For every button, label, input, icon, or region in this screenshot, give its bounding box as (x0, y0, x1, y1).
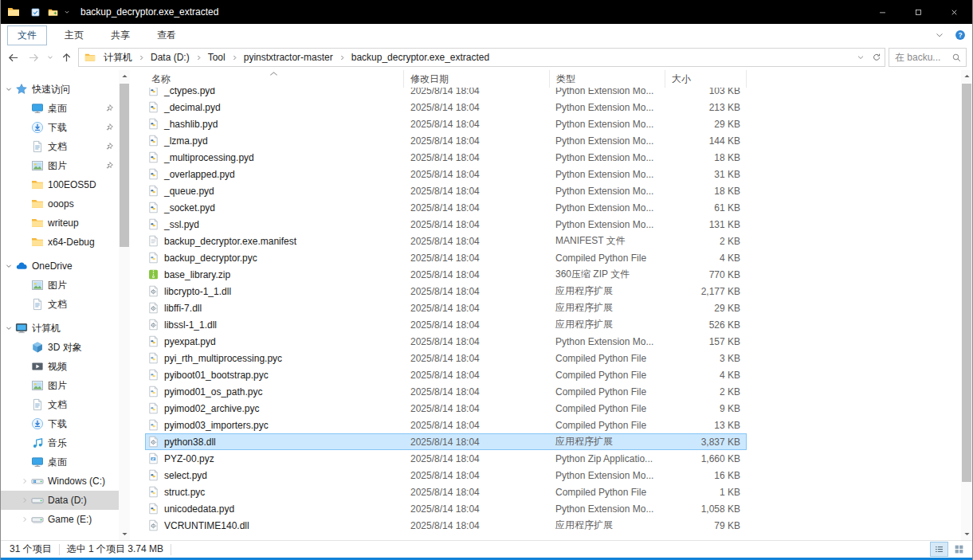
sidebar-item-documents[interactable]: 文档 (1, 395, 119, 414)
sidebar-item-downloads-pinned[interactable]: 下载 (1, 118, 119, 137)
file-row[interactable]: pyiboot01_bootstrap.pyc2025/8/14 18:04Co… (145, 366, 747, 383)
forward-button[interactable] (23, 48, 44, 67)
file-list-scrollbar[interactable] (961, 70, 972, 540)
file-row[interactable]: _multiprocessing.pyd2025/8/14 18:04Pytho… (145, 149, 747, 166)
breadcrumb-item[interactable]: Tool (203, 52, 230, 63)
file-row[interactable]: PYZ-00.pyz2025/8/14 18:04Python Zip Appl… (145, 450, 747, 467)
file-row[interactable]: pyexpat.pyd2025/8/14 18:04Python Extensi… (145, 333, 747, 350)
column-header-name[interactable]: 名称 (130, 70, 404, 88)
scrollbar-thumb[interactable] (962, 84, 971, 482)
details-view-button[interactable] (930, 542, 948, 557)
file-row[interactable]: _lzma.pyd2025/8/14 18:04Python Extension… (145, 132, 747, 149)
file-row[interactable]: libcrypto-1_1.dll2025/8/14 18:04应用程序扩展2,… (145, 283, 747, 300)
chevron-down-icon[interactable] (4, 261, 14, 271)
up-button[interactable] (56, 48, 77, 67)
chevron-down-icon[interactable] (4, 84, 14, 94)
sidebar-item-this-pc[interactable]: 计算机 (1, 319, 119, 338)
column-header-date[interactable]: 修改日期 (404, 70, 550, 88)
icons-view-button[interactable] (950, 542, 968, 557)
file-row[interactable]: pyimod03_importers.pyc2025/8/14 18:04Com… (145, 417, 747, 433)
breadcrumb-item[interactable]: pyinstxtractor-master (239, 52, 338, 63)
expand-ribbon-icon[interactable] (934, 29, 945, 41)
search-icon[interactable] (951, 53, 962, 63)
file-row[interactable]: _queue.pyd2025/8/14 18:04Python Extensio… (145, 182, 747, 199)
qat-dropdown-icon[interactable] (61, 3, 73, 21)
file-row[interactable]: pyimod01_os_path.pyc2025/8/14 18:04Compi… (145, 383, 747, 400)
file-row[interactable]: backup_decryptor.exe.manifest2025/8/14 1… (145, 233, 747, 249)
sidebar-item-writeup[interactable]: writeup (1, 213, 119, 233)
file-row[interactable]: pyi_rth_multiprocessing.pyc2025/8/14 18:… (145, 350, 747, 366)
file-row[interactable]: _ssl.pyd2025/8/14 18:04Python Extension … (145, 216, 747, 233)
sidebar-item-3d-objects[interactable]: 3D 对象 (1, 338, 119, 357)
scroll-up-icon[interactable] (961, 70, 972, 82)
minimize-button[interactable] (865, 0, 900, 24)
sidebar-item-music[interactable]: 音乐 (1, 433, 119, 452)
sidebar-item-quick-access[interactable]: 快速访问 (1, 80, 119, 99)
sidebar-item-pictures[interactable]: 图片 (1, 376, 119, 395)
file-row[interactable]: base_library.zip2025/8/14 18:04360压缩 ZIP… (145, 266, 747, 283)
file-row[interactable]: _ctypes.pyd2025/8/14 18:04Python Extensi… (145, 88, 747, 99)
breadcrumb-item[interactable]: backup_decryptor.exe_extracted (347, 52, 494, 63)
back-button[interactable] (2, 48, 23, 67)
sidebar-item-desktop[interactable]: 桌面 (1, 452, 119, 472)
file-row[interactable]: backup_decryptor.pyc2025/8/14 18:04Compi… (145, 249, 747, 266)
recent-locations-dropdown[interactable] (44, 48, 56, 67)
sidebar-item-drive-e[interactable]: Game (E:) (1, 510, 119, 529)
refresh-button[interactable] (869, 49, 885, 66)
tab-home[interactable]: 主页 (55, 26, 93, 45)
chevron-down-icon[interactable] (4, 323, 14, 333)
new-folder-button[interactable] (44, 3, 61, 21)
sidebar-item-x64-debug[interactable]: x64-Debug (1, 233, 119, 252)
sidebar-item-downloads[interactable]: 下载 (1, 414, 119, 433)
close-button[interactable] (936, 0, 972, 24)
chevron-right-icon[interactable] (20, 476, 29, 486)
maximize-button[interactable] (900, 0, 936, 24)
scroll-up-icon[interactable] (119, 70, 130, 82)
sidebar-item-100eos5d[interactable]: 100EOS5D (1, 175, 119, 194)
file-row[interactable]: _decimal.pyd2025/8/14 18:04Python Extens… (145, 99, 747, 116)
sidebar-scrollbar[interactable] (119, 70, 130, 540)
scroll-down-icon[interactable] (119, 528, 130, 540)
address-bar[interactable]: 计算机Data (D:)Toolpyinstxtractor-masterbac… (78, 48, 885, 67)
sidebar-item-drive-d[interactable]: Data (D:) (1, 491, 119, 510)
sidebar-item-documents-pinned[interactable]: 文档 (1, 137, 119, 156)
tab-share[interactable]: 共享 (101, 26, 139, 45)
properties-button[interactable] (26, 3, 44, 21)
sidebar-item-onedrive-pictures[interactable]: 图片 (1, 276, 119, 295)
file-row[interactable]: libssl-1_1.dll2025/8/14 18:04应用程序扩展526 K… (145, 316, 747, 333)
tab-view[interactable]: 查看 (147, 26, 186, 45)
breadcrumb-separator-icon[interactable] (230, 54, 239, 61)
breadcrumb-separator-icon[interactable] (338, 54, 347, 61)
file-row[interactable]: VCRUNTIME140.dll2025/8/14 18:04应用程序扩展79 … (145, 517, 747, 534)
breadcrumb-separator-icon[interactable] (194, 54, 203, 61)
file-row[interactable]: _socket.pyd2025/8/14 18:04Python Extensi… (145, 199, 747, 216)
chevron-right-icon[interactable] (20, 495, 29, 505)
column-header-type[interactable]: 类型 (550, 70, 665, 88)
sidebar-item-desktop-pinned[interactable]: 桌面 (1, 99, 119, 118)
scrollbar-thumb[interactable] (120, 84, 129, 247)
breadcrumb-separator-icon[interactable] (137, 54, 146, 61)
tab-file[interactable]: 文件 (7, 25, 47, 45)
sidebar-item-onedrive[interactable]: OneDrive (1, 257, 119, 276)
search-box[interactable]: 在 backu... (889, 48, 967, 67)
file-row[interactable]: struct.pyc2025/8/14 18:04Compiled Python… (145, 484, 747, 500)
scroll-down-icon[interactable] (961, 528, 972, 540)
file-row[interactable]: python38.dll2025/8/14 18:04应用程序扩展3,837 K… (145, 433, 747, 450)
file-row[interactable]: pyimod02_archive.pyc2025/8/14 18:04Compi… (145, 400, 747, 417)
address-dropdown-icon[interactable] (853, 49, 869, 66)
sidebar-item-ooops[interactable]: ooops (1, 194, 119, 213)
sidebar-item-onedrive-documents[interactable]: 文档 (1, 295, 119, 314)
breadcrumb-item[interactable]: 计算机 (99, 51, 137, 65)
help-icon[interactable]: ? (955, 29, 966, 41)
file-row[interactable]: unicodedata.pyd2025/8/14 18:04Python Ext… (145, 500, 747, 517)
file-row[interactable]: _hashlib.pyd2025/8/14 18:04Python Extens… (145, 116, 747, 132)
file-row[interactable]: _overlapped.pyd2025/8/14 18:04Python Ext… (145, 166, 747, 182)
breadcrumb-item[interactable]: Data (D:) (146, 52, 194, 63)
file-row[interactable]: select.pyd2025/8/14 18:04Python Extensio… (145, 467, 747, 484)
file-row[interactable]: libffi-7.dll2025/8/14 18:04应用程序扩展29 KB (145, 300, 747, 316)
chevron-right-icon[interactable] (20, 515, 29, 524)
sidebar-item-pictures-pinned[interactable]: 图片 (1, 156, 119, 175)
sidebar-item-videos[interactable]: 视频 (1, 357, 119, 376)
sidebar-item-drive-c[interactable]: Windows (C:) (1, 472, 119, 491)
column-header-size[interactable]: 大小 (665, 70, 747, 88)
